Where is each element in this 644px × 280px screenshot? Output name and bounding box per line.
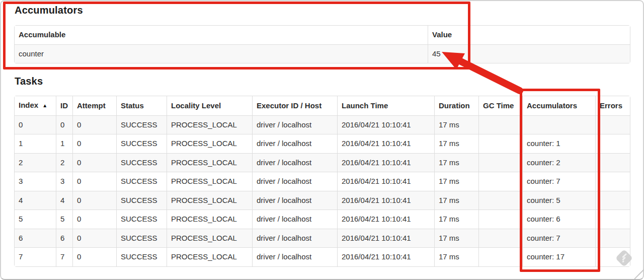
table-cell: 4 (56, 191, 72, 210)
table-cell (595, 209, 630, 229)
annotation-arrow-shaft (461, 61, 520, 91)
table-cell: SUCCESS (116, 209, 167, 229)
table-cell: PROCESS_LOCAL (167, 229, 252, 248)
table-row: 220SUCCESSPROCESS_LOCALdriver / localhos… (15, 153, 630, 172)
table-cell: 17 ms (434, 209, 478, 229)
table-cell: 0 (72, 229, 116, 248)
table-cell: 0 (72, 115, 116, 134)
table-cell: PROCESS_LOCAL (167, 115, 252, 134)
table-cell: 2016/04/21 10:10:41 (337, 229, 434, 248)
table-cell: 2016/04/21 10:10:41 (337, 153, 434, 172)
column-header-errors[interactable]: Errors (595, 96, 630, 115)
table-cell: 3 (56, 172, 72, 191)
tasks-section-title: Tasks (15, 76, 43, 87)
table-cell: 7 (15, 247, 56, 266)
table-cell: counter: 7 (522, 229, 595, 248)
table-cell: 4 (15, 191, 56, 210)
table-cell (478, 191, 522, 210)
column-header-value[interactable]: Value (428, 26, 630, 44)
column-header-launch-time[interactable]: Launch Time (337, 96, 434, 115)
accumulators-table: AccumulableValue counter45 (14, 25, 630, 63)
table-cell: 0 (72, 191, 116, 210)
table-cell: 2016/04/21 10:10:41 (337, 247, 434, 266)
table-cell (595, 247, 630, 266)
table-cell (478, 115, 522, 134)
table-cell (478, 153, 522, 172)
table-cell: counter: 1 (522, 134, 595, 153)
table-cell: 0 (72, 209, 116, 229)
table-row: 660SUCCESSPROCESS_LOCALdriver / localhos… (15, 229, 630, 248)
table-cell: PROCESS_LOCAL (167, 247, 252, 266)
table-cell: counter: 2 (522, 153, 595, 172)
sort-asc-icon: ▲ (42, 101, 47, 111)
table-cell: SUCCESS (116, 229, 167, 248)
table-cell: 2016/04/21 10:10:41 (337, 172, 434, 191)
table-cell: driver / localhost (252, 134, 337, 153)
table-cell: SUCCESS (116, 153, 167, 172)
table-cell: 17 ms (434, 229, 478, 248)
table-cell: 0 (56, 115, 72, 134)
table-cell: 17 ms (434, 172, 478, 191)
table-cell: counter: 7 (522, 172, 595, 191)
column-header-id[interactable]: ID (56, 96, 72, 115)
table-row: 440SUCCESSPROCESS_LOCALdriver / localhos… (15, 191, 630, 210)
column-header-executor-id-host[interactable]: Executor ID / Host (252, 96, 337, 115)
table-cell: 7 (56, 247, 72, 266)
table-cell: driver / localhost (252, 229, 337, 248)
table-row: 550SUCCESSPROCESS_LOCALdriver / localhos… (15, 209, 630, 229)
table-row: 110SUCCESSPROCESS_LOCALdriver / localhos… (15, 134, 630, 153)
column-header-status[interactable]: Status (116, 96, 167, 115)
table-cell: SUCCESS (116, 134, 167, 153)
table-cell: counter (15, 44, 428, 63)
column-header-accumulable[interactable]: Accumulable (15, 26, 428, 44)
table-cell (595, 191, 630, 210)
table-cell: 0 (15, 115, 56, 134)
table-cell (478, 172, 522, 191)
table-row: 330SUCCESSPROCESS_LOCALdriver / localhos… (15, 172, 630, 191)
table-cell (595, 172, 630, 191)
corner-diagonal-line (634, 268, 644, 279)
column-header-locality-level[interactable]: Locality Level (167, 96, 252, 115)
table-cell: 1 (15, 134, 56, 153)
table-cell: 2 (15, 153, 56, 172)
table-cell: SUCCESS (116, 172, 167, 191)
column-header-gc-time[interactable]: GC Time (478, 96, 522, 115)
table-cell (522, 115, 595, 134)
table-cell: driver / localhost (252, 247, 337, 266)
table-cell: counter: 17 (522, 247, 595, 266)
table-cell: driver / localhost (252, 115, 337, 134)
table-cell: counter: 5 (522, 191, 595, 210)
table-cell: driver / localhost (252, 209, 337, 229)
column-header-index[interactable]: Index▲ (15, 96, 56, 115)
table-cell: 0 (72, 134, 116, 153)
table-cell: 5 (56, 209, 72, 229)
table-cell: SUCCESS (116, 191, 167, 210)
table-cell: counter: 6 (522, 209, 595, 229)
table-cell: 17 ms (434, 115, 478, 134)
table-cell: 1 (56, 134, 72, 153)
table-cell: 0 (72, 153, 116, 172)
table-cell: 45 (428, 44, 630, 63)
accumulators-header-row: AccumulableValue (15, 26, 630, 44)
table-cell (595, 115, 630, 134)
table-cell: 17 ms (434, 153, 478, 172)
table-cell: 17 ms (434, 191, 478, 210)
table-cell: 6 (56, 229, 72, 248)
table-cell: 3 (15, 172, 56, 191)
table-cell: 17 ms (434, 134, 478, 153)
table-cell: 2 (56, 153, 72, 172)
table-cell (595, 153, 630, 172)
table-cell: 17 ms (434, 247, 478, 266)
table-cell: 2016/04/21 10:10:41 (337, 209, 434, 229)
column-header-duration[interactable]: Duration (434, 96, 478, 115)
table-cell (595, 229, 630, 248)
table-row: 770SUCCESSPROCESS_LOCALdriver / localhos… (15, 247, 630, 266)
table-cell: PROCESS_LOCAL (167, 209, 252, 229)
tasks-table: Index▲IDAttemptStatusLocality LevelExecu… (14, 96, 630, 267)
table-cell: driver / localhost (252, 191, 337, 210)
column-header-attempt[interactable]: Attempt (72, 96, 116, 115)
column-header-accumulators[interactable]: Accumulators (522, 96, 595, 115)
table-cell: PROCESS_LOCAL (167, 172, 252, 191)
table-cell: 5 (15, 209, 56, 229)
table-cell: 2016/04/21 10:10:41 (337, 134, 434, 153)
